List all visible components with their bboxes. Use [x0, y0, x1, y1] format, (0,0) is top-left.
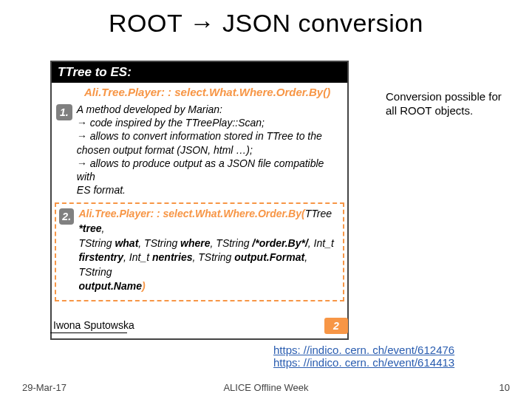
step1-badge: 1. — [56, 104, 72, 120]
step2-text: Ali.Tree.Player: : select.What.Where.Ord… — [78, 207, 340, 294]
s2-t1: TTree — [305, 208, 332, 219]
s2-c6: , TString — [192, 251, 234, 263]
link-2[interactable]: https: //indico. cern. ch/event/614413 — [273, 356, 454, 369]
s2-l4a: output.Name — [78, 280, 142, 292]
step1-l1: A method developed by Marian: — [77, 103, 343, 116]
s2-l2a: TString — [78, 237, 115, 249]
s2-l3c: output.Format — [234, 251, 304, 263]
s2-l2b: what — [115, 237, 138, 249]
s2-l3a: firstentry — [78, 251, 123, 263]
links-block: https: //indico. cern. ch/event/612476 h… — [273, 344, 454, 369]
box-subheader: Ali.Tree.Player: : select.What.Where.Ord… — [52, 83, 347, 101]
step2-lead: Ali.Tree.Player: : select.What.Where.Ord… — [78, 208, 304, 219]
page-title: ROOT → JSON conversion — [0, 9, 532, 38]
step1-l5: → allows to produce output as a JSON fil… — [77, 157, 343, 183]
box-header: TTree to ES: — [52, 62, 347, 83]
corner-badge: 2 — [324, 318, 348, 334]
attribution: Iwona Sputowska — [53, 319, 134, 331]
step1-l6: ES format. — [77, 183, 343, 197]
footer-date: 29-Mar-17 — [22, 382, 66, 393]
attribution-underline — [50, 332, 127, 333]
s2-c4: , Int_t — [308, 237, 334, 249]
s2-close: ) — [142, 280, 146, 292]
s2-c2: , TString — [138, 237, 180, 249]
note-l1: Conversion possible for — [386, 90, 502, 103]
footer: 29-Mar-17 ALICE Offline Week 10 — [0, 382, 532, 393]
step-1: 1. A method developed by Marian: → code … — [52, 101, 347, 198]
note-l2: all ROOT objects. — [386, 104, 473, 117]
s2-l2c: where — [180, 237, 210, 249]
step1-l3: → allows to convert information stored i… — [77, 129, 343, 143]
step-2-box: 2. Ali.Tree.Player: : select.What.Where.… — [55, 202, 344, 301]
step1-l2: → code inspired by the TTreePlay::Scan; — [77, 116, 343, 129]
side-note: Conversion possible for all ROOT objects… — [386, 90, 519, 118]
step1-text: A method developed by Marian: → code ins… — [77, 103, 343, 197]
step1-l4: chosen output format (JSON, html …); — [77, 143, 343, 157]
s2-c1: , — [102, 222, 105, 234]
footer-mid: ALICE Offline Week — [223, 382, 308, 393]
s2-c5: , Int_t — [123, 251, 152, 263]
s2-t1b: *tree — [78, 222, 101, 234]
s2-l3b: nentries — [152, 251, 192, 263]
content-box: TTree to ES: Ali.Tree.Player: : select.W… — [50, 61, 349, 340]
s2-l2d: /*order.By*/ — [252, 237, 307, 249]
s2-c3: , TString — [211, 237, 253, 249]
link-1[interactable]: https: //indico. cern. ch/event/612476 — [273, 344, 454, 356]
step2-badge: 2. — [59, 208, 74, 225]
footer-page: 10 — [499, 382, 510, 393]
